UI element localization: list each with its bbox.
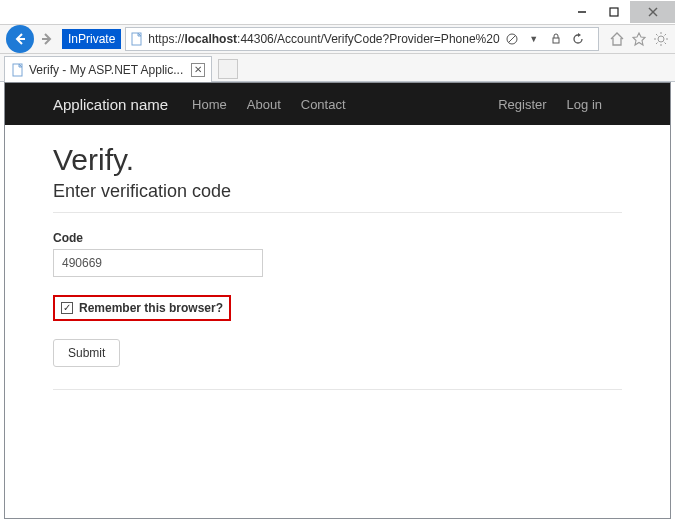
svg-line-17 — [656, 43, 658, 45]
svg-line-18 — [665, 34, 667, 36]
window-titlebar — [0, 0, 675, 24]
new-tab-button[interactable] — [218, 59, 238, 79]
dropdown-icon[interactable]: ▼ — [526, 31, 542, 47]
remember-label: Remember this browser? — [79, 301, 223, 315]
svg-line-8 — [508, 36, 515, 43]
settings-icon[interactable] — [653, 31, 669, 47]
code-input[interactable] — [53, 249, 263, 277]
nav-about[interactable]: About — [247, 97, 281, 112]
svg-point-10 — [658, 36, 664, 42]
tab-close-icon[interactable]: ✕ — [191, 63, 205, 77]
stop-icon[interactable] — [504, 31, 520, 47]
page-heading: Verify. — [53, 143, 622, 177]
nav-contact[interactable]: Contact — [301, 97, 346, 112]
url-input[interactable]: https://localhost:44306/Account/VerifyCo… — [125, 27, 599, 51]
remember-browser-highlight: ✓ Remember this browser? — [53, 295, 231, 321]
nav-back-button[interactable] — [6, 25, 34, 53]
svg-rect-9 — [553, 38, 559, 43]
page-icon — [130, 32, 144, 46]
submit-button[interactable]: Submit — [53, 339, 120, 367]
browser-tab-bar: Verify - My ASP.NET Applic... ✕ — [0, 54, 675, 82]
browser-address-bar: InPrivate https://localhost:44306/Accoun… — [0, 24, 675, 54]
nav-forward-button[interactable] — [38, 29, 58, 49]
window-minimize-button[interactable] — [566, 1, 598, 23]
browser-tab[interactable]: Verify - My ASP.NET Applic... ✕ — [4, 56, 212, 82]
svg-rect-1 — [610, 8, 618, 16]
favorites-icon[interactable] — [631, 31, 647, 47]
page-viewport: Application name Home About Contact Regi… — [4, 82, 671, 519]
url-text: https://localhost:44306/Account/VerifyCo… — [148, 32, 499, 46]
inprivate-badge: InPrivate — [62, 29, 121, 49]
window-close-button[interactable] — [630, 1, 675, 23]
page-content: Verify. Enter verification code Code ✓ R… — [5, 125, 670, 426]
svg-line-15 — [656, 34, 658, 36]
nav-home[interactable]: Home — [192, 97, 227, 112]
tab-title: Verify - My ASP.NET Applic... — [29, 63, 183, 77]
svg-line-16 — [665, 43, 667, 45]
home-icon[interactable] — [609, 31, 625, 47]
code-label: Code — [53, 231, 622, 245]
page-subtitle: Enter verification code — [53, 181, 622, 202]
nav-register[interactable]: Register — [498, 97, 546, 112]
url-actions: ▼ — [504, 31, 586, 47]
remember-checkbox[interactable]: ✓ — [61, 302, 73, 314]
browser-toolbar — [609, 31, 669, 47]
divider — [53, 389, 622, 390]
nav-login[interactable]: Log in — [567, 97, 602, 112]
divider — [53, 212, 622, 213]
window-maximize-button[interactable] — [598, 1, 630, 23]
page-icon — [11, 63, 25, 77]
site-navbar: Application name Home About Contact Regi… — [5, 83, 670, 125]
refresh-icon[interactable] — [570, 31, 586, 47]
lock-icon — [548, 31, 564, 47]
brand-link[interactable]: Application name — [53, 96, 168, 113]
